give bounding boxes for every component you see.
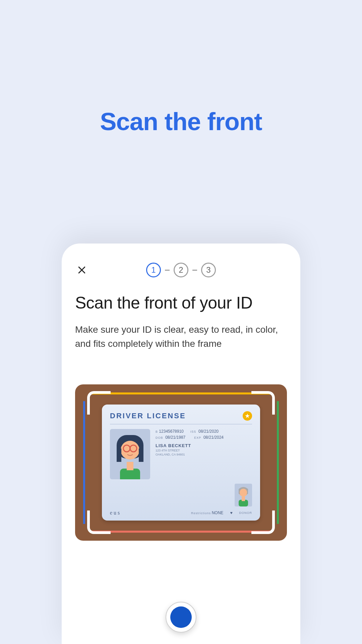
- svg-rect-4: [117, 448, 121, 462]
- step-connector: [165, 270, 170, 271]
- frame-edge-right: [277, 401, 279, 524]
- frame-edge-bottom: [92, 531, 270, 533]
- heart-icon: ♥: [230, 511, 232, 515]
- svg-rect-10: [127, 462, 133, 470]
- frame-edge-left: [83, 401, 85, 524]
- exp-value: 08/21/2024: [203, 435, 224, 440]
- exp-label: EXP: [194, 436, 201, 439]
- iss-value: 08/21/2020: [198, 429, 219, 434]
- progress-stepper: 1 2 3: [146, 263, 216, 277]
- id-value: B 12345678910: [156, 429, 184, 434]
- svg-rect-5: [139, 448, 143, 462]
- license-photo-small: [235, 484, 252, 506]
- close-icon[interactable]: [75, 263, 88, 277]
- instruction-subtitle: Make sure your ID is clear, easy to read…: [75, 323, 287, 351]
- header-row: 1 2 3: [75, 262, 287, 278]
- license-name: LISA BECKETT: [156, 443, 252, 448]
- license-title: DRIVER LICENSE: [110, 412, 186, 420]
- step-2: 2: [174, 263, 188, 277]
- license-address-1: 123 4TH STREET: [156, 449, 252, 452]
- restrictions-label: Restrictions: [191, 512, 211, 515]
- license-divider: [110, 424, 252, 424]
- donor-label: DONOR: [239, 511, 252, 515]
- license-signature: e u s: [110, 510, 120, 516]
- license-photo-main: [110, 429, 150, 479]
- shutter-button[interactable]: [166, 602, 196, 633]
- svg-point-12: [240, 489, 247, 496]
- svg-rect-14: [242, 496, 245, 501]
- sample-license-card: DRIVER LICENSE ★: [102, 405, 260, 521]
- phone-frame: 1 2 3 Scan the front of your ID Make sur…: [62, 244, 300, 644]
- page-title: Scan the front: [0, 107, 362, 136]
- step-connector: [192, 270, 197, 271]
- license-address-2: OAKLAND, CA 94601: [156, 453, 252, 456]
- dob-value: 08/21/1987: [165, 435, 185, 440]
- iss-label: ISS: [190, 430, 196, 433]
- step-1: 1: [146, 263, 161, 277]
- shutter-inner: [170, 606, 192, 628]
- dob-label: DOB: [156, 436, 163, 439]
- restrictions-value: NONE: [212, 511, 224, 515]
- step-3: 3: [201, 263, 216, 277]
- star-icon: ★: [243, 411, 252, 421]
- instruction-title: Scan the front of your ID: [75, 293, 287, 313]
- id-preview-frame: DRIVER LICENSE ★: [75, 384, 287, 541]
- frame-edge-top: [92, 392, 270, 394]
